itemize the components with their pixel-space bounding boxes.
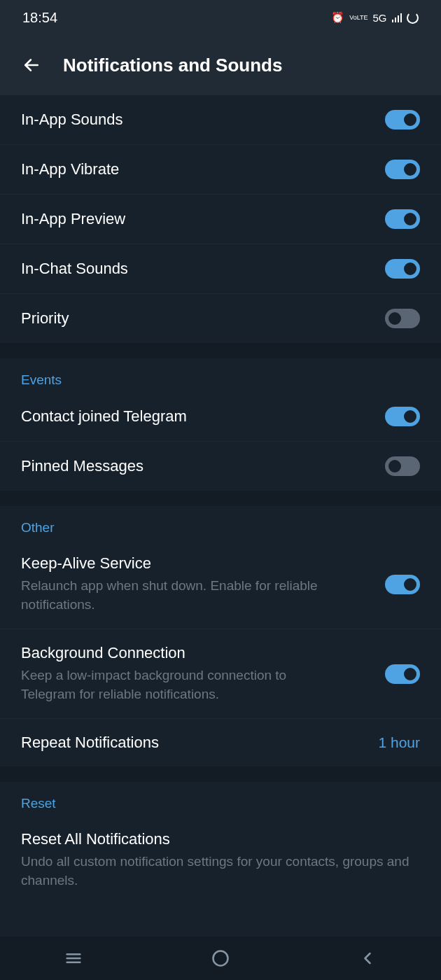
- loading-spinner-icon: [407, 12, 419, 24]
- toggle-bg-connection[interactable]: [385, 664, 420, 684]
- row-label: Priority: [21, 309, 69, 328]
- nav-bar: [0, 937, 441, 980]
- status-bar: 18:54 ⏰ VoLTE 5G: [0, 0, 441, 35]
- back-button[interactable]: [14, 48, 49, 83]
- row-label: Repeat Notifications: [21, 734, 159, 752]
- header: Notifications and Sounds: [0, 35, 441, 95]
- alarm-icon: ⏰: [331, 11, 344, 24]
- row-reset-all[interactable]: Reset All Notifications Undo all custom …: [0, 816, 441, 904]
- section-gap: [0, 343, 441, 358]
- row-pinned-messages[interactable]: Pinned Messages: [0, 442, 441, 491]
- toggle-contact-joined[interactable]: [385, 407, 420, 426]
- row-in-app-vibrate[interactable]: In-App Vibrate: [0, 145, 441, 195]
- section-header-reset: Reset: [0, 782, 441, 816]
- row-bg-connection[interactable]: Background Connection Keep a low-impact …: [0, 629, 441, 719]
- page-title: Notifications and Sounds: [63, 55, 282, 76]
- status-time: 18:54: [22, 10, 57, 26]
- network-label: 5G: [372, 12, 386, 24]
- row-sublabel: Keep a low-impact background connection …: [21, 666, 385, 704]
- nav-home-button[interactable]: [211, 948, 230, 968]
- row-keepalive[interactable]: Keep-Alive Service Relaunch app when shu…: [0, 540, 441, 629]
- content: In-App Sounds In-App Vibrate In-App Prev…: [0, 95, 441, 905]
- row-label: Reset All Notifications: [21, 830, 420, 848]
- row-label: Background Connection: [21, 644, 385, 662]
- section-header-events: Events: [0, 358, 441, 392]
- toggle-priority[interactable]: [385, 309, 420, 328]
- row-in-app-preview[interactable]: In-App Preview: [0, 195, 441, 244]
- row-value: 1 hour: [378, 734, 420, 751]
- svg-point-4: [214, 951, 228, 966]
- volte-icon: VoLTE: [349, 15, 368, 21]
- row-sublabel: Undo all custom notification settings fo…: [21, 853, 420, 890]
- section-gap: [0, 491, 441, 506]
- row-label: In-App Sounds: [21, 111, 123, 129]
- row-label: In-App Preview: [21, 210, 125, 228]
- nav-recents-button[interactable]: [64, 948, 83, 968]
- toggle-in-app-preview[interactable]: [385, 209, 420, 229]
- nav-back-button[interactable]: [358, 948, 377, 968]
- section-header-other: Other: [0, 506, 441, 540]
- toggle-in-app-sounds[interactable]: [385, 110, 420, 130]
- row-label: Contact joined Telegram: [21, 407, 187, 426]
- row-sublabel: Relaunch app when shut down. Enable for …: [21, 577, 385, 614]
- row-label: Keep-Alive Service: [21, 554, 385, 573]
- status-right: ⏰ VoLTE 5G: [331, 11, 419, 24]
- row-priority[interactable]: Priority: [0, 294, 441, 343]
- toggle-pinned-messages[interactable]: [385, 456, 420, 476]
- toggle-keepalive[interactable]: [385, 575, 420, 594]
- chevron-left-icon: [358, 948, 377, 968]
- signal-icon: [392, 13, 402, 22]
- row-label: Pinned Messages: [21, 457, 144, 475]
- row-repeat-notifications[interactable]: Repeat Notifications 1 hour: [0, 719, 441, 766]
- toggle-in-chat-sounds[interactable]: [385, 259, 420, 279]
- menu-icon: [64, 948, 83, 968]
- section-gap: [0, 766, 441, 782]
- row-label: In-Chat Sounds: [21, 260, 128, 278]
- row-in-chat-sounds[interactable]: In-Chat Sounds: [0, 244, 441, 294]
- row-contact-joined[interactable]: Contact joined Telegram: [0, 392, 441, 442]
- circle-icon: [211, 948, 230, 968]
- arrow-left-icon: [22, 56, 41, 74]
- toggle-in-app-vibrate[interactable]: [385, 160, 420, 179]
- row-label: In-App Vibrate: [21, 160, 119, 178]
- row-in-app-sounds[interactable]: In-App Sounds: [0, 95, 441, 145]
